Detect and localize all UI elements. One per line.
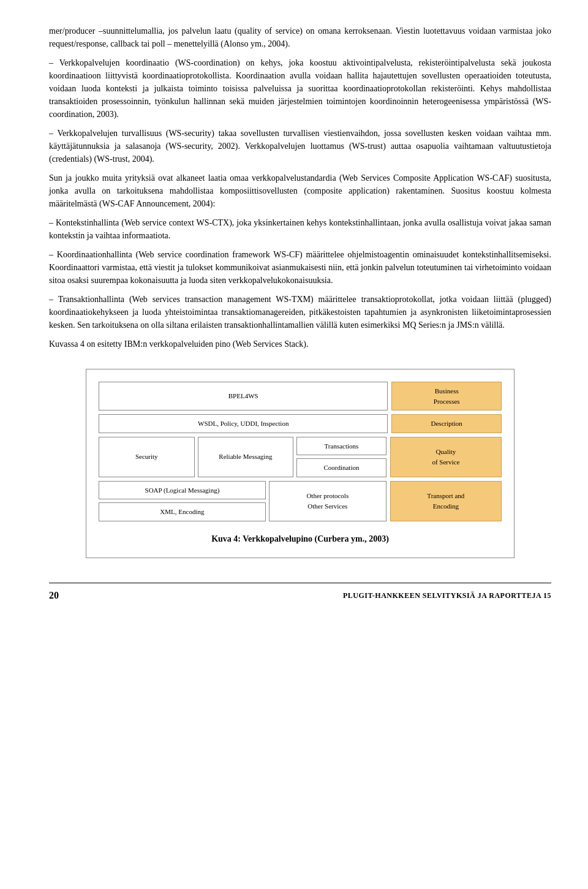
web-services-stack-diagram: BPEL4WS Business Processes WSDL, Policy,… <box>86 369 514 558</box>
diagram-row-2: WSDL, Policy, UDDI, Inspection Descripti… <box>99 414 502 433</box>
paragraph-1: mer/producer –suunnittelumallia, jos pal… <box>49 25 551 50</box>
diagram-row-1: BPEL4WS Business Processes <box>99 382 502 410</box>
coordination-box: Coordination <box>296 458 386 477</box>
transport-encoding-box: Transport and Encoding <box>390 481 502 521</box>
paragraph-5: – Kontekstinhallinta (Web service contex… <box>49 216 551 242</box>
paragraph-6: – Koordinaationhallinta (Web service coo… <box>49 248 551 287</box>
page-number: 20 <box>49 588 59 603</box>
xml-encoding-box: XML, Encoding <box>99 502 266 521</box>
page-footer: 20 PLUGIT-HANKKEEN SELVITYKSIÄ JA RAPORT… <box>49 583 551 603</box>
security-box: Security <box>99 437 195 477</box>
paragraph-4: Sun ja joukko muita yrityksiä ovat alkan… <box>49 172 551 210</box>
bpel4ws-box: BPEL4WS <box>99 382 388 410</box>
diagram-row-3: Security Reliable Messaging Transactions… <box>99 437 502 477</box>
description-box: Description <box>391 414 502 433</box>
paragraph-8: Kuvassa 4 on esitetty IBM:n verkkopalvel… <box>49 338 551 350</box>
wsdl-box: WSDL, Policy, UDDI, Inspection <box>99 414 388 433</box>
paragraph-2: – Verkkopalvelujen koordinaatio (WS-coor… <box>49 56 551 121</box>
diagram-caption: Kuva 4: Verkkopalvelupino (Curbera ym., … <box>99 532 502 545</box>
business-processes-box: Business Processes <box>391 382 502 410</box>
reliable-messaging-box: Reliable Messaging <box>198 437 294 477</box>
diagram-row-4: SOAP (Logical Messaging) XML, Encoding O… <box>99 481 502 521</box>
other-protocols-box: Other protocols Other Services <box>269 481 386 521</box>
paragraph-7: – Transaktionhallinta (Web services tran… <box>49 293 551 331</box>
transactions-box: Transactions <box>296 437 386 456</box>
publication-title: PLUGIT-HANKKEEN SELVITYKSIÄ JA RAPORTTEJ… <box>343 590 551 601</box>
main-content: mer/producer –suunnittelumallia, jos pal… <box>49 25 551 350</box>
quality-of-service-box: Quality of Service <box>390 437 502 477</box>
paragraph-3: – Verkkopalvelujen turvallisuus (WS-secu… <box>49 127 551 165</box>
soap-box: SOAP (Logical Messaging) <box>99 481 266 500</box>
